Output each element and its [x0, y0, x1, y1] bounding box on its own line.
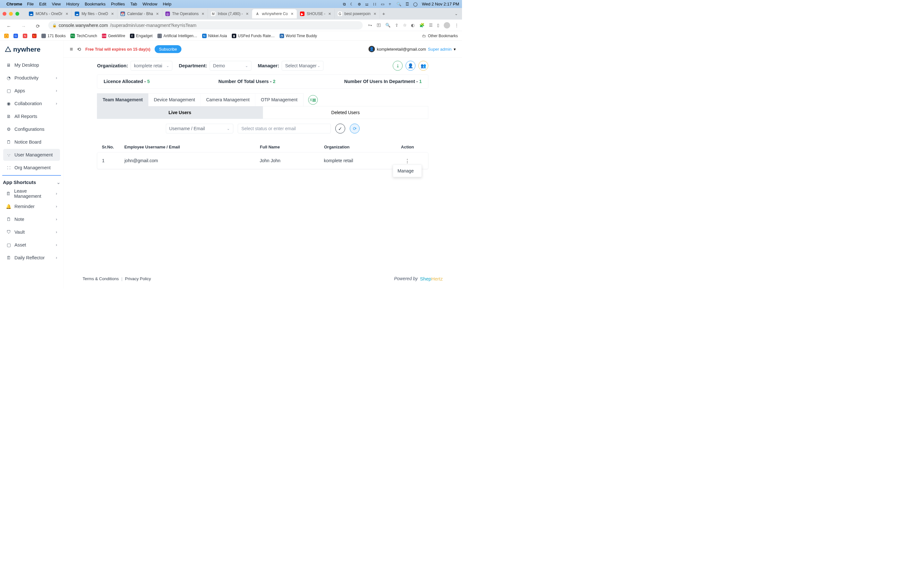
other-bookmarks[interactable]: Other Bookmarks — [428, 34, 458, 38]
browser-tab[interactable]: ☁My files - OneD✕ — [71, 9, 117, 19]
apply-filter-button[interactable]: ✓ — [335, 124, 345, 134]
menu-history[interactable]: History — [66, 2, 79, 7]
close-tab-icon[interactable]: ✕ — [373, 12, 376, 16]
bookmark-item[interactable]: TCTechCrunch — [71, 34, 97, 38]
menu-view[interactable]: View — [52, 2, 61, 7]
menu-profiles[interactable]: Profiles — [111, 2, 125, 7]
moon-icon[interactable]: ☾ — [350, 2, 354, 6]
profile-avatar[interactable] — [444, 22, 450, 29]
extensions-icon[interactable]: 🧩 — [419, 23, 425, 28]
password-icon[interactable]: ⚿ — [376, 23, 381, 28]
refresh-button[interactable]: ⟳ — [350, 124, 360, 134]
tab-overflow[interactable]: ⌄ — [453, 11, 459, 16]
bookmark-item[interactable]: 🍎 — [32, 34, 37, 38]
sidebar-item[interactable]: 🗎All Reports — [3, 111, 60, 122]
close-tab-icon[interactable]: ✕ — [291, 12, 294, 16]
bookmark-item[interactable]: EEngadget — [130, 34, 152, 38]
sidebar-shortcut[interactable]: ▢Asset› — [3, 239, 60, 251]
sidebar-item[interactable]: ⚙Configurations — [3, 123, 60, 135]
sidebar-shortcut[interactable]: 🗓Daily Reflector› — [3, 252, 60, 264]
dept-select[interactable]: Demo ⌄ — [210, 61, 252, 71]
sidebar-section[interactable]: App Shortcuts ⌄ — [0, 177, 63, 186]
control-center-icon[interactable]: ☲ — [405, 2, 409, 6]
close-window[interactable] — [3, 12, 6, 16]
spotlight-icon[interactable]: 🔍 — [397, 2, 401, 6]
manage-action[interactable]: Manage — [393, 165, 422, 177]
sidebar-shortcut[interactable]: 🔔Reminder› — [3, 201, 60, 213]
tab-team-management[interactable]: Team Management — [97, 93, 149, 106]
graph-icon[interactable]: ⫶⫶ — [373, 2, 376, 6]
battery-icon[interactable]: ▭ — [381, 2, 384, 6]
maximize-window[interactable] — [15, 12, 19, 16]
address-bar[interactable]: 🔒 console.wanywhere.com/superadmin/user-… — [48, 21, 363, 29]
browser-tab[interactable]: MInbox (7,490) -✕ — [208, 9, 252, 19]
minimize-window[interactable] — [9, 12, 13, 16]
translate-icon[interactable]: 🗝 — [368, 23, 372, 28]
back-button[interactable]: ← — [3, 22, 15, 29]
app-logo[interactable]: nywhere — [0, 41, 63, 58]
clock[interactable]: Wed 2 Nov 2:17 PM — [422, 2, 459, 7]
menu-window[interactable]: Window — [142, 2, 157, 7]
list-icon[interactable]: ☰ — [429, 23, 433, 28]
org-select[interactable]: komplete retai ⌄ — [131, 61, 172, 71]
siri-icon[interactable]: ◯ — [413, 2, 418, 6]
bookmark-item[interactable]: NNikkei Asia — [202, 34, 227, 38]
bookmark-item[interactable]: ◔World Time Buddy — [279, 34, 317, 38]
bookmark-item[interactable]: GWGeekWire — [102, 34, 125, 38]
bluetooth-icon[interactable]: ⚍ — [365, 2, 368, 6]
kebab-icon[interactable]: ⋮ — [455, 23, 459, 28]
excel-export-button[interactable]: X▦ — [308, 95, 318, 105]
close-tab-icon[interactable]: ✕ — [156, 12, 159, 16]
menu-edit[interactable]: Edit — [39, 2, 46, 7]
bookmark-item[interactable]: 171 Books — [41, 34, 66, 38]
reload-button[interactable]: ⟳ — [33, 22, 43, 29]
share-icon[interactable]: ⇪ — [395, 23, 399, 28]
ext1-icon[interactable]: ◐ — [411, 23, 415, 28]
sync-icon[interactable]: ⟲ — [77, 46, 81, 52]
sidepanel-icon[interactable]: ▯ — [437, 23, 439, 28]
tab-otp-management[interactable]: OTP Management — [255, 93, 303, 106]
close-tab-icon[interactable]: ✕ — [65, 12, 68, 16]
browser-tab[interactable]: Gbest powerpoin✕ — [334, 9, 380, 19]
menu-bookmarks[interactable]: Bookmarks — [85, 2, 105, 7]
menubar-app[interactable]: Chrome — [6, 2, 22, 7]
close-tab-icon[interactable]: ✕ — [111, 12, 114, 16]
brand-link[interactable]: ShepHertz — [420, 276, 443, 282]
sidebar-shortcut[interactable]: 🗒Note› — [3, 213, 60, 226]
sidebar-item[interactable]: 🗒Notice Board — [3, 136, 60, 148]
bookmark-item[interactable]: ⋮⋮Artificial Intelligen… — [157, 34, 197, 38]
search-type-select[interactable]: Username / Email ⌄ — [166, 124, 233, 133]
row-actions-button[interactable]: ⋮ — [405, 158, 410, 164]
users-button[interactable]: 👥 — [418, 61, 428, 71]
mgr-select[interactable]: Select Manager ⌄ — [282, 61, 323, 71]
tab-device-management[interactable]: Device Management — [149, 93, 201, 106]
sidebar-item[interactable]: ⸪User Management — [3, 149, 60, 161]
privacy-link[interactable]: Privacy Policy — [125, 276, 151, 282]
bookmark-item[interactable]: N — [23, 34, 27, 38]
add-user-button[interactable]: 👤 — [405, 61, 415, 71]
menu-file[interactable]: File — [27, 2, 34, 7]
bookmark-item[interactable]: G — [13, 34, 18, 38]
play-icon[interactable]: ⊚ — [358, 2, 361, 6]
browser-tab[interactable]: ☁MOM's - OneDr✕ — [26, 9, 71, 19]
sidebar-item[interactable]: ⸬Org Management — [3, 162, 60, 174]
browser-tab[interactable]: ▶SHOUSE - ✕ — [297, 9, 334, 19]
hamburger-icon[interactable]: ≡ — [70, 46, 73, 52]
sidebar-shortcut[interactable]: 🗓Leave Management› — [3, 188, 60, 200]
terms-link[interactable]: Terms & Conditions — [83, 276, 119, 282]
bookmark-star-icon[interactable]: ☆ — [403, 23, 407, 28]
wifi-icon[interactable]: ᯤ — [389, 2, 393, 6]
browser-tab[interactable]: AwAnywhere Co✕ — [252, 9, 297, 19]
bookmark-item[interactable]: ◯ — [4, 34, 9, 38]
browser-tab[interactable]: ◎The Operations✕ — [162, 9, 208, 19]
menu-tab[interactable]: Tab — [130, 2, 137, 7]
account-dropdown[interactable]: 👤 kompleteretail@gmail.com Super admin ▾ — [368, 46, 456, 52]
close-tab-icon[interactable]: ✕ — [202, 12, 204, 16]
bookmark-item[interactable]: ▮USFed Funds Rate… — [232, 34, 275, 38]
subtab-live-users[interactable]: Live Users — [97, 106, 263, 119]
sidebar-shortcut[interactable]: ⛉Vault› — [3, 226, 60, 238]
dropbox-icon[interactable]: ⧉ — [343, 2, 346, 6]
close-tab-icon[interactable]: ✕ — [246, 12, 249, 16]
browser-tab[interactable]: 📅Calendar - Bha✕ — [117, 9, 162, 19]
sidebar-item[interactable]: ▢Apps› — [3, 85, 60, 97]
